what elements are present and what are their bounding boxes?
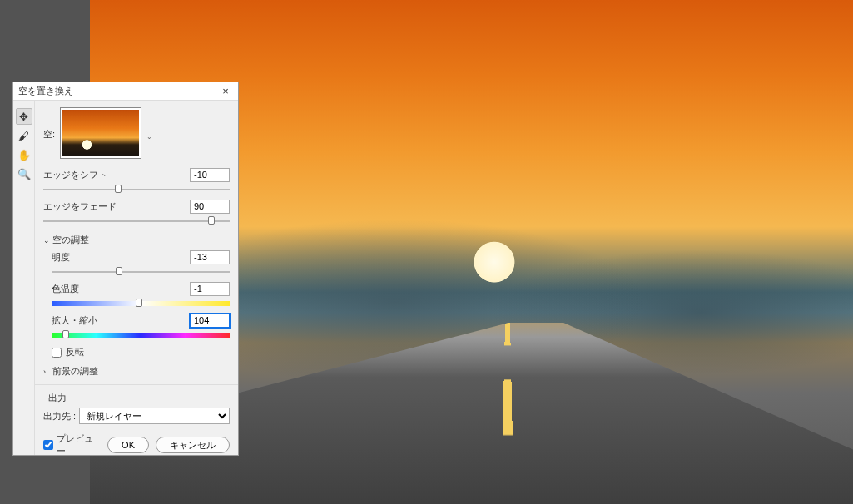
separator [35, 384, 238, 385]
chevron-down-icon: ⌄ [43, 236, 50, 245]
flip-label: 反転 [66, 346, 84, 358]
edge-shift-input[interactable] [190, 168, 230, 182]
brightness-slider[interactable] [52, 266, 230, 278]
temperature-slider[interactable] [52, 298, 230, 309]
preview-checkbox[interactable] [43, 440, 53, 450]
edge-shift-label: エッジをシフト [43, 169, 107, 181]
hand-tool-icon[interactable]: ✋ [16, 146, 32, 163]
cancel-button[interactable]: キャンセル [156, 437, 230, 453]
sky-preset-thumb[interactable] [60, 107, 141, 159]
edge-fade-input[interactable] [190, 200, 230, 214]
sky-replace-dialog: 空を置き換え × ✥ 🖌 ✋ 🔍 空: ⌄ エッジをシフト [12, 82, 239, 456]
dialog-titlebar[interactable]: 空を置き換え × [13, 82, 238, 101]
chevron-right-icon: › [43, 368, 50, 376]
edge-fade-slider[interactable] [43, 215, 230, 227]
temperature-input[interactable] [190, 282, 230, 296]
output-to-label: 出力先 : [43, 410, 76, 422]
dialog-title: 空を置き換え [18, 85, 73, 97]
sky-adjust-header[interactable]: ⌄ 空の調整 [43, 234, 230, 246]
scale-slider[interactable] [52, 329, 230, 341]
scale-label: 拡大・縮小 [52, 314, 97, 327]
sky-preset-image [62, 110, 139, 156]
ok-button[interactable]: OK [107, 437, 149, 453]
sky-label: 空: [43, 128, 55, 159]
preview-label: プレビュー [57, 432, 101, 455]
scale-input[interactable] [190, 314, 230, 328]
output-section-label: 出力 [43, 392, 230, 404]
brightness-label: 明度 [52, 251, 70, 264]
flip-checkbox[interactable] [52, 348, 62, 358]
preview-checkbox-row[interactable]: プレビュー [43, 432, 101, 455]
foreground-adjust-header[interactable]: › 前景の調整 [43, 365, 230, 378]
tool-column: ✥ 🖌 ✋ 🔍 [13, 101, 35, 455]
temperature-label: 色温度 [52, 283, 79, 295]
flip-checkbox-row[interactable]: 反転 [52, 346, 230, 358]
edge-fade-label: エッジをフェード [43, 200, 117, 213]
close-icon[interactable]: × [218, 85, 233, 97]
output-select[interactable]: 新規レイヤー [79, 408, 230, 424]
zoom-tool-icon[interactable]: 🔍 [16, 166, 32, 182]
brightness-input[interactable] [190, 250, 230, 264]
brush-tool-icon[interactable]: 🖌 [16, 127, 32, 144]
move-tool-icon[interactable]: ✥ [16, 108, 32, 125]
edge-shift-slider[interactable] [43, 184, 230, 195]
sky-preset-chevron-icon[interactable]: ⌄ [146, 133, 152, 159]
